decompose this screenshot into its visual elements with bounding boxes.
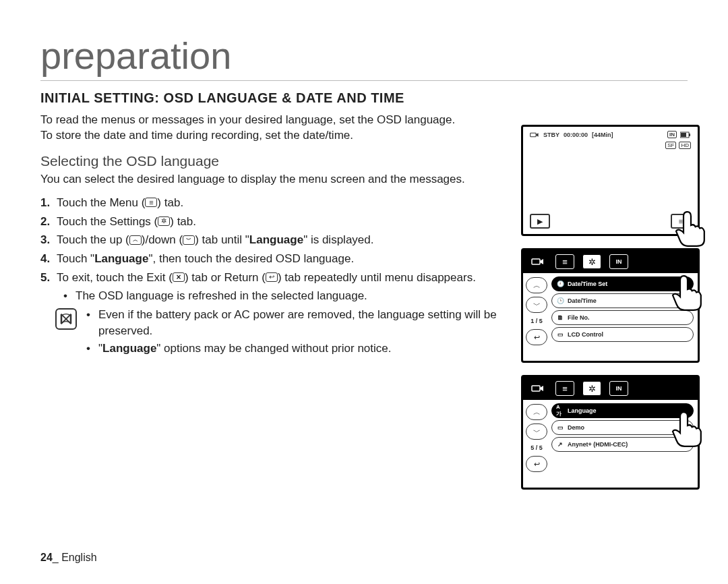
exit-icon [173, 272, 185, 282]
battery-icon [680, 132, 691, 138]
back-button[interactable]: ↩ [526, 456, 547, 472]
storage-tab[interactable]: IN [609, 254, 628, 269]
svg-rect-2 [689, 134, 690, 136]
step-3: Touch the up ()/down () tab until "Langu… [40, 232, 512, 249]
note-2: "Language" options may be changed withou… [86, 341, 519, 357]
instruction-list: Touch the Menu () tab. Touch the Setting… [40, 195, 512, 304]
mode-icon [528, 254, 547, 269]
settings-tab[interactable]: ✲ [582, 254, 601, 269]
storage-badge: IN [667, 131, 677, 138]
step-1: Touch the Menu () tab. [40, 195, 512, 212]
menu-item-anynet[interactable]: ↗Anynet+ (HDMI-CEC) [551, 437, 694, 452]
menu-item-datetime[interactable]: 🕒Date/Time [551, 293, 694, 308]
menu-item-datetime-set[interactable]: 🕘Date/Time Set [551, 276, 694, 291]
note-1: Even if the battery pack or AC power are… [86, 307, 519, 339]
intro-text: To read the menus or messages in your de… [40, 113, 512, 144]
back-button[interactable]: ↩ [526, 329, 547, 345]
note-icon [55, 308, 77, 330]
scroll-down[interactable]: ﹀ [526, 424, 547, 440]
hd-badge: HD [679, 142, 691, 149]
step-2: Touch the Settings () tab. [40, 214, 512, 231]
tab-bar: ≡ ✲ IN [523, 250, 698, 273]
storage-tab[interactable]: IN [609, 381, 628, 396]
scroll-up[interactable]: ︿ [526, 277, 547, 293]
page-indicator: 5 / 5 [526, 444, 547, 451]
svg-rect-4 [532, 259, 540, 264]
note-box: Even if the battery pack or AC power are… [40, 307, 519, 357]
sub-paragraph: You can select the desired language to d… [40, 172, 499, 187]
menu-item-lcd-control[interactable]: ▭LCD Control [551, 327, 694, 342]
camcorder-icon [530, 132, 539, 138]
section-heading: INITIAL SETTING: OSD LANGUAGE & DATE AND… [40, 90, 688, 106]
quality-badge: SF [665, 142, 676, 149]
step-5: To exit, touch the Exit () tab or Return… [40, 270, 512, 304]
step-5-bullet: The OSD language is refreshed in the sel… [75, 288, 512, 304]
menu-tab[interactable]: ≡ [555, 254, 574, 269]
svg-rect-5 [532, 386, 540, 391]
settings-tab[interactable]: ✲ [582, 381, 601, 396]
menu-item-demo[interactable]: ▭Demo [551, 420, 694, 435]
lcd-settings-page1: ≡ ✲ IN ︿ ﹀ 1 / 5 ↩ 🕘Date/Time Set 🕒Date/… [521, 248, 700, 363]
settings-icon [158, 216, 170, 226]
svg-rect-3 [681, 133, 686, 137]
menu-item-language[interactable]: A가Language [551, 403, 694, 418]
svg-rect-0 [530, 133, 536, 137]
status-bar: STBY 00:00:00 [44Min] IN [530, 131, 691, 138]
menu-button[interactable]: ≡ [671, 214, 691, 229]
divider [40, 80, 688, 81]
tab-bar: ≡ ✲ IN [523, 377, 698, 400]
lcd-stby: STBY 00:00:00 [44Min] IN SF HD ▶ ≡ [521, 125, 700, 236]
play-button[interactable]: ▶ [530, 214, 550, 229]
down-icon [183, 235, 195, 245]
lcd-settings-page5: ≡ ✲ IN ︿ ﹀ 5 / 5 ↩ A가Language ▭Demo ↗Any… [521, 375, 700, 490]
scroll-down[interactable]: ﹀ [526, 297, 547, 313]
chapter-title: preparation [40, 34, 688, 78]
up-icon [129, 235, 142, 245]
return-icon [266, 272, 278, 282]
menu-icon [145, 198, 157, 207]
page-footer: 24_ English [40, 552, 97, 564]
mode-icon [528, 381, 547, 396]
scroll-up[interactable]: ︿ [526, 404, 547, 420]
menu-item-file-no[interactable]: 🗎File No. [551, 310, 694, 325]
menu-tab[interactable]: ≡ [555, 381, 574, 396]
step-4: Touch "Language", then touch the desired… [40, 251, 512, 268]
page-indicator: 1 / 5 [526, 318, 547, 324]
